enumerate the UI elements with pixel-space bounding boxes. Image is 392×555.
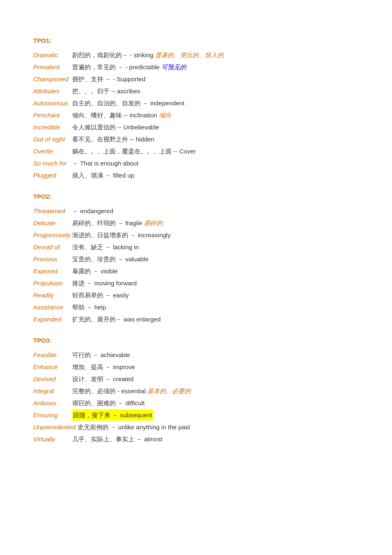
dash-text: -- Cover [173, 146, 196, 157]
chinese-text: 跟随，接下来 [73, 411, 112, 419]
vocab-line: Integral完整的、必须的 - essential 基本的、必要的 [33, 385, 359, 397]
vocab-line: Readily轻而易举的 － easily [33, 290, 359, 301]
dash-text: － improve [105, 361, 135, 372]
highlight-container: 跟随，接下来 － subsequent [72, 409, 153, 421]
vocab-word: Incredible [33, 122, 71, 133]
dash-text: - essential [117, 385, 146, 397]
vocab-word: Autonomous [33, 97, 71, 109]
dash-text: -- hidden [130, 134, 154, 145]
vocab-word: Integral [33, 385, 71, 397]
vocab-line: Delicate易碎的、纤弱的 － fragile 易碎的 [33, 217, 359, 229]
vocab-line: Arduous艰巨的、困难的 － difficult [33, 397, 359, 409]
chinese-text: 看不见、在视野之外 [72, 134, 128, 145]
dash-text: － help [86, 302, 106, 313]
dash-text: － difficult [117, 397, 145, 409]
vocab-word: Prevalent [33, 61, 71, 73]
vocab-line: Prevalent普遍的，常见的 － - predictable 可预见的 [33, 61, 359, 73]
dash-text: － moving forward [86, 278, 137, 289]
vocab-word: Out of sight [33, 134, 71, 145]
chinese-text: 艰巨的、困难的 [72, 397, 116, 409]
dash-text: -- ascribes [111, 85, 140, 97]
dash-text: － fragile [117, 217, 142, 229]
vocab-word: Dramatic [33, 49, 71, 61]
vocab-word: Exposed [33, 265, 71, 277]
vocab-line: Virtually几乎、实际上、事实上 － almost [33, 433, 359, 445]
chinese-text: 史无前例的 [78, 421, 109, 433]
dash-text: － increasingly [130, 229, 170, 241]
chinese-text: 几乎、实际上、事实上 [72, 433, 134, 445]
chinese-text: 完整的、必须的 [72, 385, 116, 397]
vocab-line: Dramatic剧烈的，戏剧化的－ - striking 显著的、突出的、惊人的 [33, 49, 359, 61]
vocab-line: Enhance增加、提高 － improve [33, 361, 359, 372]
vocab-line: Feasible可行的 － achievable [33, 349, 359, 360]
dash-text: － independent [142, 97, 185, 109]
chinese-text: 暴露的 [72, 265, 91, 277]
chinese-text: 躺在。。。上面，覆盖在。。。上面 [72, 146, 172, 157]
vocab-word: Readily [33, 290, 71, 301]
vocab-word: Ensuring [33, 409, 71, 421]
vocab-line: Propulsion推进 － moving forward [33, 278, 359, 289]
vocab-line: Devoid of没有、缺乏 － lacking in [33, 241, 359, 253]
vocab-line: Plugged插入、填满 － filled up [33, 170, 359, 181]
dash-text: -- inclination [124, 110, 157, 121]
vocab-word: Devoid of [33, 241, 71, 253]
vocab-line: Out of sight看不见、在视野之外 -- hidden [33, 134, 359, 145]
vocab-line: Autonomous自主的、自治的、自发的 － independent [33, 97, 359, 109]
vocab-word: Overlie [33, 146, 71, 157]
vocab-line: Incredible令人难以置信的 -- Unbelievable [33, 122, 359, 133]
vocab-line: Championed拥护、支持 － - Supported [33, 73, 359, 85]
vocab-word: Devised [33, 373, 71, 385]
chinese-text: 插入、填满 [72, 170, 103, 181]
synonym-text: 可预见的 [161, 61, 186, 73]
section-title-tpo1: TPO1: [33, 35, 359, 46]
vocab-word: Plugged [33, 170, 71, 181]
vocab-word: Penchant [33, 110, 71, 121]
dash-text: － almost [136, 433, 162, 445]
chinese-text: 把。。。归于 [72, 85, 110, 97]
vocab-word: Expanded [33, 314, 71, 325]
section-title-tpo2: TPO2: [33, 191, 359, 202]
chinese-text: 拥护、支持 [72, 73, 103, 85]
vocab-line: Assistance帮助 － help [33, 302, 359, 313]
dash-text: － visible [93, 265, 118, 277]
chinese-text: 宝贵的、珍贵的 [72, 253, 116, 265]
chinese-text: 易碎的、纤弱的 [72, 217, 116, 229]
vocab-word: Assistance [33, 302, 71, 313]
chinese-text: － endangered [72, 205, 113, 217]
chinese-text: 令人难以置信的 [72, 122, 116, 133]
chinese-text: 扩充的、展开的－ [72, 314, 122, 325]
dash-text: － created [105, 373, 134, 385]
vocab-line: Expanded扩充的、展开的－ was enlarged [33, 314, 359, 325]
dash-text: － - Supported [105, 73, 146, 85]
vocab-line: So much for－ That is enough about [33, 158, 359, 169]
dash-text: － achievable [93, 349, 130, 360]
synonym-text: 倾向 [159, 110, 171, 121]
chinese-text: 普遍的，常见的 [72, 61, 116, 73]
vocab-line: Devised设计、发明 － created [33, 373, 359, 385]
vocab-word: Progressively [33, 229, 71, 241]
vocab-line: Overlie躺在。。。上面，覆盖在。。。上面 -- Cover [33, 146, 359, 157]
vocab-line: Unprecedented史无前例的 － unlike anything in … [33, 421, 359, 433]
vocab-line: Threatened－ endangered [33, 205, 359, 217]
synonym-text: 易碎的 [144, 217, 163, 229]
chinese-text: 增加、提高 [72, 361, 103, 372]
vocab-line: Exposed暴露的 － visible [33, 265, 359, 277]
vocab-word: Championed [33, 73, 71, 85]
vocab-line: Attributes把。。。归于 -- ascribes [33, 85, 359, 97]
dash-text: － valuable [117, 253, 149, 265]
dash-text: - striking [130, 49, 153, 61]
vocab-word: Unprecedented [33, 421, 76, 433]
vocab-word: Attributes [33, 85, 71, 97]
vocab-line: Precious宝贵的、珍贵的 － valuable [33, 253, 359, 265]
vocab-word: Feasible [33, 349, 71, 360]
vocab-line: Penchant倾向、嗜好、趣味 -- inclination 倾向 [33, 110, 359, 121]
dash-text: － subsequent [112, 411, 152, 419]
chinese-text: 自主的、自治的、自发的 [72, 97, 141, 109]
vocab-word: Delicate [33, 217, 71, 229]
dash-text: － unlike anything in the past [110, 421, 190, 433]
chinese-text: － That is enough about [72, 158, 139, 169]
chinese-text: 帮助 [72, 302, 85, 313]
chinese-text: 可行的 [72, 349, 91, 360]
section-title-tpo3: TPO3: [33, 335, 359, 346]
chinese-text: 轻而易举的 [72, 290, 103, 301]
